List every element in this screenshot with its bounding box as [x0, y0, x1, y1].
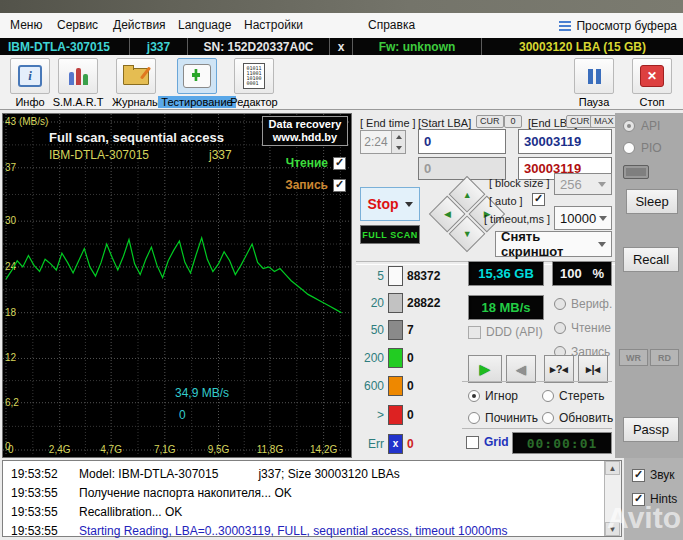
testing-button[interactable]: Тестирование [160, 58, 234, 108]
smart-label: S.M.A.R.T [53, 96, 104, 108]
ddd-label: DDD (API) [486, 325, 543, 339]
binary-page-icon [243, 63, 265, 89]
api-label: API [641, 119, 660, 133]
log-time: 19:53:55 [3, 486, 79, 500]
erase-radio-row: Стереть [542, 389, 604, 403]
pio-radio[interactable] [623, 142, 635, 154]
menu-item-language[interactable]: Language [178, 13, 231, 38]
block-size-combo[interactable]: 256 [554, 173, 612, 195]
pause-icon [588, 69, 601, 84]
wr-button[interactable]: WR [619, 349, 648, 366]
svg-text:6,2: 6,2 [5, 397, 19, 408]
api-radio[interactable] [623, 120, 635, 132]
ddd-checkbox[interactable] [468, 326, 481, 339]
scan-stop-dropdown-button[interactable]: Stop [360, 187, 420, 221]
ignore-label: Игнор [485, 389, 518, 403]
end-lba-input[interactable]: 30003119 [518, 129, 612, 154]
verify-label: Вериф. [571, 297, 612, 311]
seek-end-button[interactable] [578, 355, 608, 383]
repair-radio-row: Починить [468, 411, 538, 425]
spinner-arrows-icon[interactable] [391, 131, 405, 153]
scroll-up-icon[interactable] [605, 461, 620, 475]
verify-radio-row: Вериф. [554, 297, 612, 311]
graph-model-line: IBM-DTLA-307015 j337 [49, 148, 309, 162]
start-scan-button[interactable] [468, 355, 502, 383]
timeout-label: [ timeout,ms ] [484, 213, 550, 225]
erase-radio[interactable] [542, 390, 554, 402]
write-legend: Запись [285, 178, 346, 192]
grid-label: Grid [484, 435, 509, 449]
start-lba-input[interactable]: 0 [418, 129, 506, 154]
repair-radio[interactable] [468, 412, 480, 424]
journals-button[interactable]: Журналы [110, 58, 162, 108]
block-count: 7 [407, 323, 414, 337]
timeout-combo[interactable]: 10000 [554, 206, 612, 230]
read-radio[interactable] [554, 322, 566, 334]
info-button[interactable]: Инфо [6, 58, 54, 108]
svg-text:37: 37 [5, 162, 17, 173]
verify-radio[interactable] [554, 298, 566, 310]
block-label: 20 [358, 296, 384, 310]
end-time-spinner[interactable]: 2:24 [360, 130, 406, 154]
menu-item-service[interactable]: Сервис [57, 13, 98, 38]
speed-display: 18 MB/s [468, 295, 544, 320]
auto-checkbox[interactable] [532, 193, 545, 206]
write-checkbox[interactable] [333, 179, 346, 192]
info-label: Инфо [15, 96, 44, 108]
speed-value: 18 MB/s [469, 300, 543, 315]
status-swatch [623, 165, 649, 179]
sleep-button[interactable]: Sleep [626, 189, 678, 214]
chevron-down-icon [599, 216, 607, 225]
sound-checkbox-row: Звук [632, 468, 675, 482]
screenshot-label: Снять скриншот [501, 229, 595, 259]
photo-background-strip [0, 0, 683, 13]
block-swatch-grey [388, 320, 403, 340]
drive-model: IBM-DTLA-307015 [0, 38, 130, 55]
block-swatch-lightgrey [388, 293, 403, 313]
scroll-down-icon[interactable] [605, 522, 620, 536]
svg-text:43 (MB/s): 43 (MB/s) [5, 116, 48, 127]
grid-checkbox[interactable] [466, 436, 479, 449]
timeout-value: 10000 [560, 211, 596, 226]
drive-tab-close[interactable]: x [330, 38, 353, 55]
scanned-size-value: 15,36 GB [469, 266, 543, 281]
menu-item-menu[interactable]: Меню [10, 13, 42, 38]
read-checkbox[interactable] [333, 157, 346, 170]
smart-button[interactable]: S.M.A.R.T [52, 58, 104, 108]
testing-label: Тестирование [158, 96, 235, 108]
dropdown-caret-icon [405, 202, 413, 211]
start-lba-zero-button[interactable]: 0 [504, 115, 522, 128]
pause-button[interactable]: Пауза [570, 58, 618, 108]
sound-checkbox[interactable] [632, 469, 645, 482]
end-lba-max-button[interactable]: MAX [590, 115, 618, 128]
menu-item-help[interactable]: Справка [368, 13, 415, 38]
editor-button[interactable]: Редактор [228, 58, 280, 108]
buffer-view-button[interactable]: Просмотр буфера [559, 13, 677, 38]
log-scrollbar[interactable] [604, 461, 621, 536]
block-count: 88372 [407, 269, 440, 283]
block-size-value: 256 [560, 177, 595, 192]
hints-checkbox[interactable] [632, 493, 645, 506]
menu-item-settings[interactable]: Настройки [244, 13, 303, 38]
menu-item-actions[interactable]: Действия [113, 13, 166, 38]
svg-text:24: 24 [5, 261, 17, 272]
cursor-speed-readout: 34,9 MB/s [175, 386, 229, 400]
block-count: 0 [407, 351, 414, 365]
start-lba-cur-button[interactable]: CUR [476, 115, 504, 128]
rd-button[interactable]: RD [650, 349, 679, 366]
refresh-label: Обновить [559, 411, 613, 425]
log-row: 19:53:52 Model: IBM-DTLA-307015 j337; Si… [3, 464, 593, 483]
ignore-radio[interactable] [468, 390, 480, 402]
cursor-lba-readout: 0 [179, 408, 186, 422]
refresh-radio-row: Обновить [542, 411, 613, 425]
step-back-button[interactable] [506, 355, 536, 383]
read-legend: Чтение [286, 156, 346, 170]
passport-button[interactable]: Passp [623, 417, 679, 442]
first-aid-kit-icon [183, 64, 211, 88]
seek-question-button[interactable] [544, 355, 574, 383]
screenshot-combo[interactable]: Снять скриншот [495, 231, 612, 257]
recall-button[interactable]: Recall [623, 247, 679, 272]
stop-button[interactable]: Стоп [628, 58, 676, 108]
refresh-radio[interactable] [542, 412, 554, 424]
drive-info-bar: IBM-DTLA-307015 j337 SN: 152D20337A0C x … [0, 38, 683, 55]
